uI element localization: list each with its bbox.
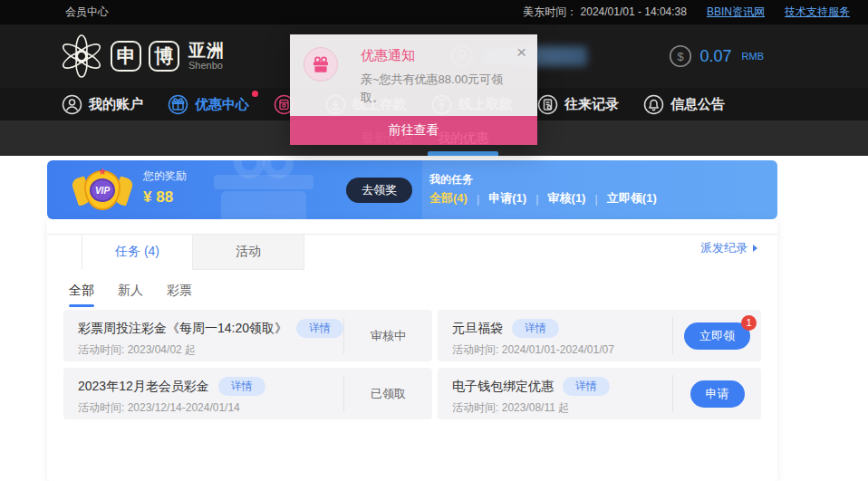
user-icon bbox=[62, 94, 82, 115]
filter-all[interactable]: 全部 bbox=[69, 283, 94, 307]
vip-label: VIP bbox=[90, 178, 115, 202]
reward-value: ¥ 88 bbox=[143, 189, 187, 205]
filter-newbie[interactable]: 新人 bbox=[118, 283, 143, 307]
distribution-records-link[interactable]: 派发纪录 bbox=[700, 240, 757, 256]
task-filter-apply[interactable]: 申请(1) bbox=[488, 190, 526, 207]
arrow-right-icon bbox=[753, 245, 757, 252]
member-center-label: 会员中心 bbox=[65, 5, 109, 20]
nav-item-promotions[interactable]: 优惠中心 bbox=[168, 94, 249, 115]
task-grid: 彩票周投注彩金《每周一14:20领取》 详情 活动时间: 2023/04/02 … bbox=[63, 310, 761, 419]
flower-logo-icon bbox=[60, 34, 103, 78]
logo-char-shen: 申 bbox=[111, 41, 141, 72]
dollar-coin-icon: $ bbox=[669, 44, 692, 68]
page: 会员中心 美东时间： 2024/01/01 - 14:04:38 BBIN资讯网… bbox=[0, 0, 868, 481]
detail-button[interactable]: 详情 bbox=[512, 319, 559, 338]
tech-support-link[interactable]: 技术支持服务 bbox=[785, 5, 850, 20]
task-filter-review[interactable]: 审核(1) bbox=[548, 190, 586, 207]
task-title: 彩票周投注彩金《每周一14:20领取》 bbox=[78, 321, 287, 337]
detail-button[interactable]: 详情 bbox=[296, 319, 343, 338]
task-title: 2023年12月老会员彩金 bbox=[78, 379, 209, 395]
close-icon[interactable]: × bbox=[516, 43, 526, 61]
tab-activities[interactable]: 活动 bbox=[193, 234, 304, 270]
svg-text:$: $ bbox=[677, 50, 684, 63]
logo-region: 亚洲 bbox=[188, 42, 225, 59]
nav-item-records[interactable]: 往来记录 bbox=[537, 94, 619, 115]
bbin-news-link[interactable]: BBIN资讯网 bbox=[707, 5, 765, 20]
gift-icon bbox=[304, 47, 338, 82]
my-tasks-filter-row: 全部(4) | 申请(1) | 审核(1) | 立即领(1) bbox=[429, 190, 657, 207]
logo-char-bo: 博 bbox=[149, 41, 179, 72]
balance-chip[interactable]: $ 0.07 RMB bbox=[669, 44, 765, 68]
eastern-time: 美东时间： 2024/01/01 - 14:04:38 bbox=[523, 5, 687, 20]
status-badge: 已领取 bbox=[371, 386, 406, 402]
my-tasks-label: 我的任务 bbox=[429, 172, 473, 188]
task-time: 活动时间: 2023/08/11 起 bbox=[452, 400, 672, 416]
task-row: 2023年12月老会员彩金 详情 活动时间: 2023/12/14-2024/0… bbox=[63, 368, 432, 419]
task-filter-claim[interactable]: 立即领(1) bbox=[607, 190, 657, 207]
logo-subtitle: Shenbo bbox=[188, 61, 225, 71]
popup-message: 亲~您共有优惠88.00元可领取。 bbox=[361, 71, 524, 107]
nav-label: 信息公告 bbox=[670, 96, 725, 113]
task-title: 元旦福袋 bbox=[452, 321, 503, 337]
vip-banner: ★ VIP 您的奖励 ¥ 88 去领奖 我的任务 全部(4) | 申请(1) |… bbox=[47, 160, 777, 219]
task-row: 元旦福袋 详情 活动时间: 2024/01/01-2024/01/07 立即领 … bbox=[438, 310, 761, 361]
gift-icon bbox=[168, 94, 188, 115]
category-filters: 全部 新人 彩票 bbox=[69, 283, 192, 307]
task-time: 活动时间: 2023/04/02 起 bbox=[78, 342, 343, 358]
nav-label: 我的账户 bbox=[89, 96, 143, 113]
notification-dot bbox=[252, 91, 258, 97]
claim-reward-button[interactable]: 去领奖 bbox=[346, 178, 412, 203]
nav-label: 往来记录 bbox=[564, 96, 619, 113]
filter-lottery[interactable]: 彩票 bbox=[167, 283, 192, 307]
logo[interactable]: 申 博 亚洲 Shenbo bbox=[60, 34, 225, 78]
vip-badge-icon: ★ VIP bbox=[74, 167, 130, 214]
task-row: 彩票周投注彩金《每周一14:20领取》 详情 活动时间: 2023/04/02 … bbox=[63, 310, 432, 361]
tasks-card: 任务 (4) 活动 派发纪录 全部 新人 彩票 彩票周投注彩金《每周一14:20… bbox=[47, 219, 777, 481]
balance-amount: 0.07 bbox=[700, 47, 732, 66]
tab-tasks[interactable]: 任务 (4) bbox=[82, 234, 193, 270]
balance-currency: RMB bbox=[742, 51, 764, 62]
task-time: 活动时间: 2023/12/14-2024/01/14 bbox=[78, 400, 343, 416]
apply-button[interactable]: 申请 bbox=[690, 380, 745, 408]
gift-watermark-icon bbox=[207, 160, 342, 219]
detail-button[interactable]: 详情 bbox=[563, 377, 610, 396]
claim-now-button[interactable]: 立即领 1 bbox=[684, 322, 750, 350]
records-icon bbox=[537, 94, 558, 115]
go-view-button[interactable]: 前往查看 bbox=[290, 116, 537, 145]
top-bar: 会员中心 美东时间： 2024/01/01 - 14:04:38 BBIN资讯网… bbox=[0, 0, 868, 24]
count-badge: 1 bbox=[741, 315, 757, 331]
task-title: 电子钱包绑定优惠 bbox=[452, 379, 554, 395]
nav-item-announcements[interactable]: 信息公告 bbox=[643, 94, 725, 115]
popup-title: 优惠通知 bbox=[361, 47, 523, 64]
nav-label: 优惠中心 bbox=[195, 96, 249, 113]
nav-item-my-account[interactable]: 我的账户 bbox=[62, 94, 143, 115]
task-row: 电子钱包绑定优惠 详情 活动时间: 2023/08/11 起 申请 bbox=[438, 368, 761, 419]
detail-button[interactable]: 详情 bbox=[218, 377, 265, 396]
bell-icon bbox=[643, 94, 664, 115]
reward-label: 您的奖励 bbox=[143, 170, 187, 181]
task-time: 活动时间: 2024/01/01-2024/01/07 bbox=[452, 342, 672, 358]
promo-notification-popup: 优惠通知 亲~您共有优惠88.00元可领取。 × 前往查看 bbox=[290, 34, 537, 145]
task-filter-all[interactable]: 全部(4) bbox=[429, 190, 468, 207]
status-badge: 审核中 bbox=[371, 328, 406, 344]
